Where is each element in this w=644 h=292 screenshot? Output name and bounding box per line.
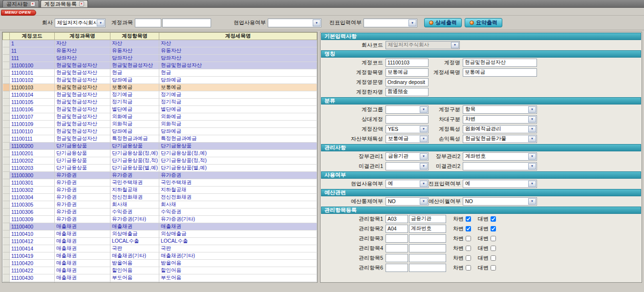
row-selector[interactable] bbox=[3, 252, 10, 260]
table-row[interactable]: 11100414매출채권국판국판 bbox=[3, 245, 317, 252]
account-code-input[interactable] bbox=[386, 59, 429, 67]
table-row[interactable]: 11100101현금및현금성자산현금현금 bbox=[3, 69, 317, 77]
debit-checkbox[interactable] bbox=[466, 246, 471, 251]
mgmt-item-name-input[interactable] bbox=[409, 264, 446, 272]
mgmt-item-name-input[interactable] bbox=[409, 225, 446, 233]
table-row[interactable]: 11100301유가증권국민주택채권국민주택채권 bbox=[3, 179, 317, 187]
table-row[interactable]: 11100100현금및현금성자산현금및현금성자산현금및현금성자산 bbox=[3, 62, 317, 69]
table-row[interactable]: 11100430매출채권부도어음부도어음 bbox=[3, 274, 317, 282]
tab-close-icon[interactable]: ✕ bbox=[79, 1, 84, 6]
table-row[interactable]: 11100419매출채권매출채권(기타)매출채권(기타) bbox=[3, 252, 317, 260]
mgmt-item-name-input[interactable] bbox=[409, 215, 446, 223]
row-selector[interactable] bbox=[3, 150, 10, 157]
account-name-input[interactable] bbox=[463, 59, 537, 67]
table-row[interactable]: 11100104현금및현금성자산정기예금정기예금 bbox=[3, 91, 317, 99]
account-balance-select[interactable]: YES bbox=[386, 125, 429, 133]
mgmt-item-name-input[interactable] bbox=[409, 244, 446, 252]
budget-control-select[interactable]: NO bbox=[386, 197, 429, 206]
book-mgmt2-select[interactable]: 계좌번호 bbox=[463, 152, 537, 161]
open-mgmt1-select[interactable] bbox=[386, 162, 429, 170]
account-name-filter-input[interactable] bbox=[162, 19, 211, 27]
row-selector[interactable] bbox=[3, 47, 10, 55]
table-row[interactable]: 11100302유가증권지하철공채지하철공채 bbox=[3, 187, 317, 194]
dc-division-select[interactable]: 차변 bbox=[463, 115, 537, 124]
row-selector[interactable] bbox=[3, 128, 10, 135]
asset-trait-select[interactable]: 보통예금 bbox=[386, 135, 429, 143]
table-row[interactable]: 11100201단기금융상품단기금융상품(정,예)단기금융상품(정,예) bbox=[3, 150, 317, 157]
detail-name-input[interactable] bbox=[463, 68, 537, 77]
table-row[interactable]: 11100107현금및현금성자산외화예금외화예금 bbox=[3, 113, 317, 121]
row-selector[interactable] bbox=[3, 267, 10, 274]
slip-entry-select[interactable]: 예 bbox=[463, 180, 537, 188]
row-selector[interactable] bbox=[3, 238, 10, 245]
biz-use-select[interactable]: 예 bbox=[386, 180, 429, 188]
row-selector[interactable] bbox=[3, 113, 10, 121]
summary-print-button[interactable]: 요약출력 bbox=[465, 18, 502, 27]
credit-checkbox[interactable] bbox=[491, 236, 496, 241]
row-selector[interactable] bbox=[3, 179, 10, 187]
row-selector[interactable] bbox=[3, 121, 10, 128]
table-row[interactable]: 11100109현금및현금성자산외화적금외화적금 bbox=[3, 121, 317, 128]
mgmt-item-name-input[interactable] bbox=[409, 254, 446, 262]
budget-carryover-select[interactable]: NO bbox=[463, 197, 537, 206]
table-row[interactable]: 11100106현금및현금성자산별단예금별단예금 bbox=[3, 106, 317, 113]
row-selector[interactable] bbox=[3, 209, 10, 216]
row-selector[interactable] bbox=[3, 216, 10, 223]
mgmt-item-name-input[interactable] bbox=[409, 234, 446, 243]
table-row[interactable]: 11100410매출채권외상매출금외상매출금 bbox=[3, 230, 317, 238]
credit-checkbox[interactable] bbox=[491, 265, 496, 271]
table-row[interactable]: 11100412매출채권LOCAL수출LOCAL수출 bbox=[3, 238, 317, 245]
table-row[interactable]: 11100300유가증권유가증권유가증권 bbox=[3, 172, 317, 179]
eng-name-input[interactable] bbox=[386, 78, 429, 86]
mgmt-item-code-input[interactable] bbox=[386, 215, 408, 223]
counter-account-input[interactable] bbox=[386, 115, 429, 124]
row-selector[interactable] bbox=[3, 223, 10, 230]
mgmt-item-code-input[interactable] bbox=[386, 225, 408, 233]
debit-checkbox[interactable] bbox=[466, 226, 471, 231]
debit-checkbox[interactable] bbox=[466, 255, 471, 261]
table-row[interactable]: 11100420매출채권받을어음받을어음 bbox=[3, 260, 317, 267]
book-mgmt1-select[interactable]: 금융기관 bbox=[386, 152, 429, 161]
account-division-select[interactable]: 항목 bbox=[463, 105, 537, 114]
table-row[interactable]: 11100110현금및현금성자산당좌예금당좌예금 bbox=[3, 128, 317, 135]
item-name-input[interactable] bbox=[386, 68, 429, 77]
row-selector[interactable] bbox=[3, 69, 10, 77]
company-code-select[interactable]: 제일저지주식회사 bbox=[386, 41, 460, 49]
row-selector[interactable] bbox=[3, 165, 10, 172]
table-row[interactable]: 11100440매출채권수출대전수출대전 bbox=[3, 282, 317, 283]
table-row[interactable]: 11100103현금및현금성자산보통예금보통예금 bbox=[3, 84, 317, 91]
row-selector[interactable] bbox=[3, 245, 10, 252]
table-row[interactable]: 1자산자산자산 bbox=[3, 40, 317, 47]
credit-checkbox[interactable] bbox=[491, 226, 496, 231]
row-selector[interactable] bbox=[3, 40, 10, 47]
pl-trait-select[interactable]: 현금및현금등가물 bbox=[463, 135, 537, 143]
row-selector[interactable] bbox=[3, 260, 10, 267]
open-mgmt2-select[interactable] bbox=[463, 162, 537, 170]
table-row[interactable]: 11유동자산유동자산유동자산 bbox=[3, 47, 317, 55]
row-selector[interactable] bbox=[3, 274, 10, 282]
table-row[interactable]: 11100111현금및현금성자산특정현금과예금특정현금과예금 bbox=[3, 135, 317, 143]
credit-checkbox[interactable] bbox=[491, 255, 496, 261]
tab-close-icon[interactable]: ✕ bbox=[30, 1, 35, 6]
table-row[interactable]: 11100105현금및현금성자산정기적금정기적금 bbox=[3, 99, 317, 106]
table-row[interactable]: 111당좌자산당좌자산당좌자산 bbox=[3, 55, 317, 62]
account-code-filter-input[interactable] bbox=[135, 19, 161, 27]
credit-checkbox[interactable] bbox=[491, 216, 496, 222]
mgmt-item-code-input[interactable] bbox=[386, 234, 408, 243]
company-select[interactable]: 제일저지주식회사 bbox=[55, 19, 106, 27]
row-selector[interactable] bbox=[3, 157, 10, 165]
hanja-name-input[interactable] bbox=[386, 88, 429, 96]
table-row[interactable]: 11100422매출채권할인어음할인어음 bbox=[3, 267, 317, 274]
row-selector[interactable] bbox=[3, 172, 10, 179]
row-selector[interactable] bbox=[3, 55, 10, 62]
row-selector[interactable] bbox=[3, 135, 10, 143]
slip-entry-filter-select[interactable] bbox=[364, 19, 417, 27]
detail-print-button[interactable]: 상세출력 bbox=[424, 18, 462, 27]
table-row[interactable]: 11100200단기금융상품단기금융상품단기금융상품 bbox=[3, 143, 317, 150]
row-selector[interactable] bbox=[3, 201, 10, 209]
table-row[interactable]: 11100309유가증권유가증권(기타)유가증권(기타) bbox=[3, 216, 317, 223]
row-selector[interactable] bbox=[3, 282, 10, 283]
row-selector[interactable] bbox=[3, 84, 10, 91]
debit-checkbox[interactable] bbox=[466, 236, 471, 241]
row-selector[interactable] bbox=[3, 106, 10, 113]
